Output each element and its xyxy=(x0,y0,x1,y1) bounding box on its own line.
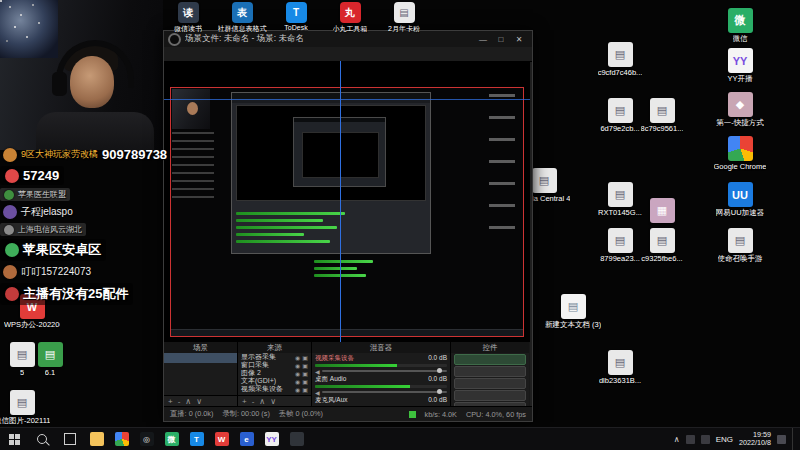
desktop-icon[interactable]: Google Chrome xyxy=(712,136,768,171)
nested-obs-preview xyxy=(236,105,426,201)
search-button[interactable] xyxy=(28,428,56,450)
scene-down-button[interactable]: ∨ xyxy=(196,397,202,406)
close-button[interactable]: ✕ xyxy=(510,33,528,46)
desktop-icon[interactable]: ▤ 使命召唤手游 xyxy=(712,228,768,264)
sources-dock-title[interactable]: 来源 xyxy=(238,342,311,353)
chat-overlay: 9区大神玩家劳改橘 909789738 57249 苹果医生联盟 子程jelas… xyxy=(0,146,172,305)
lock-icon[interactable]: ▣ xyxy=(302,386,308,393)
scene-up-button[interactable]: ∧ xyxy=(185,397,191,406)
desktop-icon[interactable]: ▤ 6.1 xyxy=(22,342,78,377)
remove-scene-button[interactable]: - xyxy=(178,397,181,406)
shortcut-label: 社群信息表格式 xyxy=(218,24,267,34)
wps-office[interactable]: W xyxy=(209,428,234,450)
lock-icon[interactable]: ▣ xyxy=(302,370,308,377)
obs-preview-canvas[interactable] xyxy=(164,61,530,342)
taskbar-app-icon xyxy=(90,432,104,446)
nested-audio-meters xyxy=(236,212,354,247)
desktop-icon[interactable]: YY YY开播 xyxy=(712,48,768,84)
volume-knob[interactable] xyxy=(437,389,442,394)
麦克风/Aux: 麦克风/Aux 0.0 dB ◀ xyxy=(312,395,450,406)
clock[interactable]: 19:59 2022/10/8 xyxy=(739,431,771,448)
desktop-icon-label: dlb23631B... xyxy=(599,376,641,385)
visibility-icon[interactable]: ◉ xyxy=(295,378,300,385)
task-view-button[interactable] xyxy=(56,428,84,450)
remove-source-button[interactable]: - xyxy=(252,397,255,406)
source-down-button[interactable]: ∨ xyxy=(270,397,276,406)
visibility-icon[interactable]: ◉ xyxy=(295,354,300,361)
lock-icon[interactable]: ▣ xyxy=(302,378,308,385)
source-up-button[interactable]: ∧ xyxy=(259,397,265,406)
visibility-icon[interactable]: ◉ xyxy=(295,386,300,393)
stream-tool[interactable] xyxy=(284,428,309,450)
desktop-icon[interactable]: 微 微信 xyxy=(712,8,768,44)
source-item[interactable]: 视频采集设备 ◉ ▣ xyxy=(238,385,311,393)
control-button[interactable] xyxy=(454,366,526,377)
speaker-icon[interactable]: ◀ xyxy=(315,368,320,375)
control-button[interactable] xyxy=(454,354,526,365)
control-button[interactable] xyxy=(454,390,526,401)
mixer-dock-title[interactable]: 混音器 xyxy=(312,342,450,353)
scenes-dock-title[interactable]: 场景 xyxy=(164,342,237,353)
scene-item[interactable] xyxy=(164,373,237,383)
scene-item[interactable] xyxy=(164,353,237,363)
chrome[interactable] xyxy=(109,428,134,450)
desktop-shortcut[interactable]: 表 社群信息表格式 xyxy=(219,2,265,34)
desktop-icon-image: ▤ xyxy=(608,98,633,123)
wechat[interactable]: 微 xyxy=(159,428,184,450)
yy[interactable]: YY xyxy=(259,428,284,450)
minimize-button[interactable]: — xyxy=(474,33,492,46)
controls-dock-title[interactable]: 控件 xyxy=(451,342,529,353)
shortcut-icon: ▤ xyxy=(394,2,415,23)
desktop-icon[interactable]: ▤ c9cfd7c46b... xyxy=(592,42,648,77)
desktop-icon[interactable]: ▤ 微信图片-2021111 xyxy=(0,390,50,426)
desktop-icon[interactable]: ◆ 第一-快捷方式 xyxy=(712,92,768,128)
desktop-shortcut[interactable]: 读 微信读书 xyxy=(165,2,211,34)
scene-item[interactable] xyxy=(164,363,237,373)
nested-webcam-thumbnail xyxy=(172,89,210,129)
nested-obs-window xyxy=(231,92,431,254)
tray-expand-caret[interactable]: ∧ xyxy=(674,435,680,444)
desktop-icon[interactable]: ▤ c9325fbe6... xyxy=(634,228,690,263)
desktop-shortcut[interactable]: T ToDesk xyxy=(273,2,319,34)
controls-dock: 控件 xyxy=(451,342,529,406)
start-button[interactable] xyxy=(0,428,28,450)
desktop-icon[interactable]: ▤ 新建文本文档 (3) xyxy=(545,294,601,330)
desktop-icon-label: 8c79c9561... xyxy=(641,124,684,133)
sources-toolbar: + - ∧ ∨ xyxy=(238,395,311,406)
visibility-icon[interactable]: ◉ xyxy=(295,362,300,369)
volume-icon[interactable] xyxy=(701,435,710,444)
desktop-shortcut[interactable]: ▤ 2月年卡粉 xyxy=(381,2,427,34)
desktop-icon-image xyxy=(728,136,753,161)
obs-studio[interactable]: ◎ xyxy=(134,428,159,450)
file-explorer[interactable] xyxy=(84,428,109,450)
notification-center-button[interactable] xyxy=(777,435,786,444)
speaker-icon[interactable]: ◀ xyxy=(315,389,320,396)
add-source-button[interactable]: + xyxy=(242,397,247,406)
add-scene-button[interactable]: + xyxy=(168,397,173,406)
maximize-button[interactable]: □ xyxy=(492,33,510,46)
visibility-icon[interactable]: ◉ xyxy=(295,370,300,377)
status-record: 录制: 00:00 (s) xyxy=(222,409,269,419)
desktop-icon[interactable]: UU 网易UU加速器 xyxy=(712,182,768,218)
browser[interactable]: e xyxy=(234,428,259,450)
show-desktop-button[interactable] xyxy=(792,428,798,450)
scenes-list xyxy=(164,353,237,395)
control-button[interactable] xyxy=(454,378,526,389)
volume-knob[interactable] xyxy=(437,368,442,373)
desktop-shortcut[interactable]: 丸 小丸工具箱 xyxy=(327,2,373,34)
obs-window-title: 场景文件: 未命名 - 场景: 未命名 xyxy=(185,33,470,45)
todesk[interactable]: T xyxy=(184,428,209,450)
input-language-button[interactable]: ENG xyxy=(716,435,733,444)
network-icon[interactable] xyxy=(686,435,695,444)
lock-icon[interactable]: ▣ xyxy=(302,362,308,369)
display-capture-source[interactable] xyxy=(170,87,524,337)
status-bitrate: kb/s: 4.0K xyxy=(425,410,457,419)
nested-chat-lines xyxy=(172,132,214,198)
desktop-icon[interactable]: ▤ dlb23631B... xyxy=(592,350,648,385)
desktop-icon[interactable]: ▦ xyxy=(634,198,690,224)
desktop-icon[interactable]: ▤ 8c79c9561... xyxy=(634,98,690,133)
desktop-icon-label: 微信图片-2021111 xyxy=(0,416,50,426)
lock-icon[interactable]: ▣ xyxy=(302,354,308,361)
channel-name: 桌面 Audio xyxy=(315,375,346,384)
desktop-icon-label: c9325fbe6... xyxy=(641,254,682,263)
